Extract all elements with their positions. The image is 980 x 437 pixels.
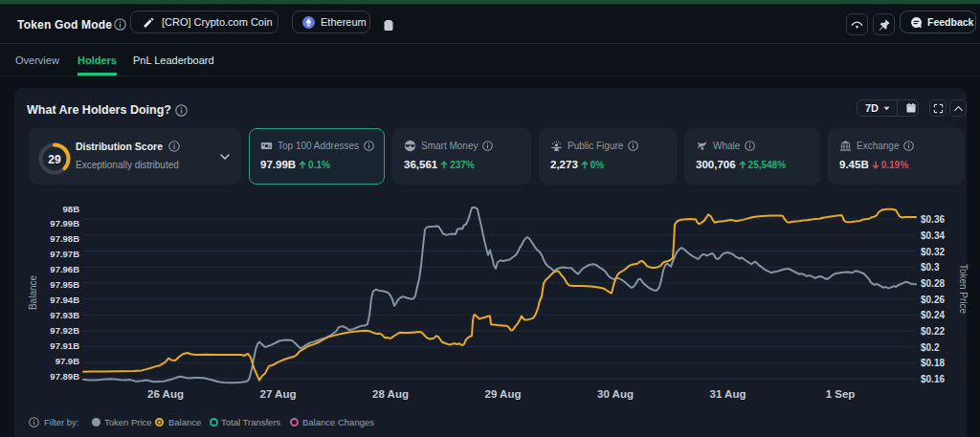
svg-text:28 Aug: 28 Aug bbox=[372, 388, 409, 400]
svg-text:97.93B: 97.93B bbox=[50, 310, 79, 320]
svg-text:26 Aug: 26 Aug bbox=[147, 388, 184, 400]
svg-text:30 Aug: 30 Aug bbox=[597, 388, 634, 400]
svg-text:97.94B: 97.94B bbox=[50, 295, 79, 305]
svg-text:98B: 98B bbox=[63, 204, 80, 214]
svg-text:$0.36: $0.36 bbox=[921, 214, 945, 225]
svg-text:Token Price: Token Price bbox=[958, 264, 969, 315]
svg-text:$0.18: $0.18 bbox=[921, 358, 945, 368]
svg-text:97.9B: 97.9B bbox=[56, 356, 79, 366]
svg-text:97.99B: 97.99B bbox=[50, 218, 79, 229]
svg-text:$0.24: $0.24 bbox=[921, 310, 945, 320]
svg-text:97.97B: 97.97B bbox=[50, 249, 79, 259]
svg-text:27 Aug: 27 Aug bbox=[260, 388, 297, 400]
svg-text:97.91B: 97.91B bbox=[50, 340, 79, 351]
svg-text:$0.32: $0.32 bbox=[921, 247, 945, 257]
svg-text:$0.2: $0.2 bbox=[921, 342, 940, 353]
svg-text:97.92B: 97.92B bbox=[50, 325, 79, 336]
svg-text:$0.3: $0.3 bbox=[921, 262, 940, 273]
svg-text:$0.22: $0.22 bbox=[921, 326, 945, 337]
svg-text:97.96B: 97.96B bbox=[50, 264, 79, 274]
svg-text:97.98B: 97.98B bbox=[50, 233, 79, 244]
svg-text:$0.26: $0.26 bbox=[921, 295, 945, 305]
svg-text:1 Sep: 1 Sep bbox=[826, 388, 856, 400]
svg-text:$0.28: $0.28 bbox=[921, 278, 945, 289]
svg-text:29 Aug: 29 Aug bbox=[485, 388, 522, 400]
svg-text:29: 29 bbox=[48, 153, 61, 166]
svg-text:$0.16: $0.16 bbox=[921, 374, 945, 384]
svg-text:Balance: Balance bbox=[28, 274, 38, 310]
svg-text:97.89B: 97.89B bbox=[50, 371, 79, 382]
svg-text:97.95B: 97.95B bbox=[50, 279, 79, 290]
svg-text:31 Aug: 31 Aug bbox=[710, 388, 746, 400]
svg-text:$0.34: $0.34 bbox=[921, 230, 945, 241]
